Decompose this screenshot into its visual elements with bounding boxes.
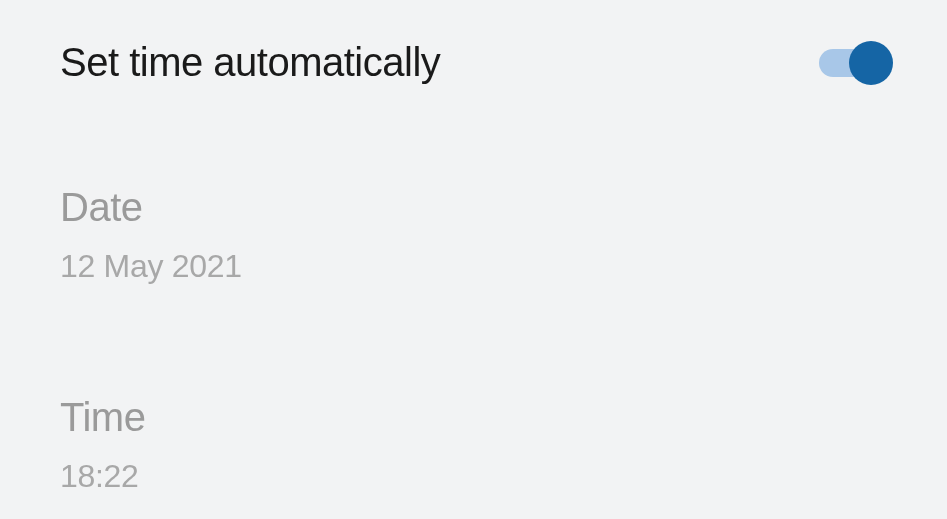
toggle-thumb — [849, 41, 893, 85]
date-label: Date — [60, 185, 887, 230]
time-label: Time — [60, 395, 887, 440]
time-value: 18:22 — [60, 458, 887, 495]
set-time-auto-row[interactable]: Set time automatically — [60, 40, 887, 85]
date-row: Date 12 May 2021 — [60, 185, 887, 285]
set-time-auto-label: Set time automatically — [60, 40, 440, 85]
set-time-auto-toggle[interactable] — [819, 49, 887, 77]
time-row: Time 18:22 — [60, 395, 887, 495]
date-value: 12 May 2021 — [60, 248, 887, 285]
